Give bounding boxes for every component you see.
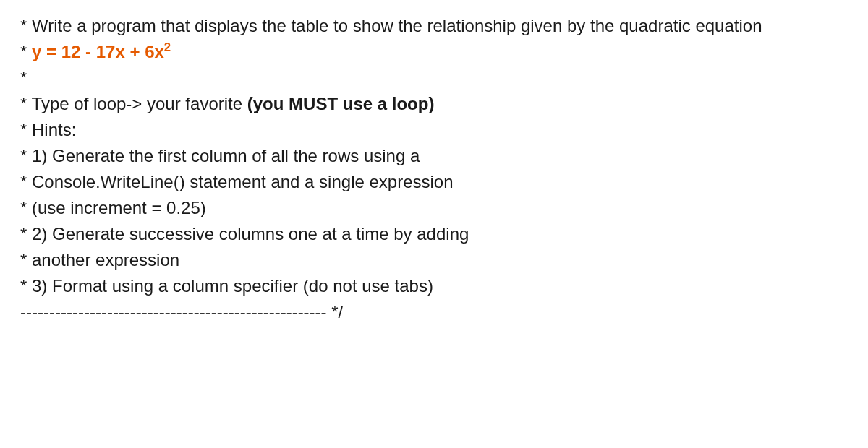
comment-star: * [20,224,32,244]
comment-line: * 3) Format using a column specifier (do… [20,273,848,299]
comment-bold: (you MUST use a loop) [247,94,435,113]
quadratic-equation: y = 12 - 17x + 6x2 [32,42,171,61]
comment-line: * Hints: [20,117,848,143]
comment-close: */ [331,302,343,322]
comment-line: * Type of loop-> your favorite (you MUST… [20,91,848,117]
comment-dashes: ----------------------------------------… [20,302,331,322]
comment-line-equation: * y = 12 - 17x + 6x2 [20,39,848,65]
comment-star: * [20,42,32,61]
comment-text: 3) Format using a column specifier (do n… [32,276,433,296]
comment-line: * (use increment = 0.25) [20,195,848,221]
equation-exponent: 2 [164,40,171,54]
comment-text: Hints: [32,120,76,139]
comment-text: Console.WriteLine() statement and a sing… [32,172,454,191]
comment-line: * 1) Generate the first column of all th… [20,143,848,169]
comment-text: 2) Generate successive columns one at a … [32,224,469,244]
comment-text: Write a program that displays the table … [32,16,762,35]
comment-star: * [20,250,32,270]
comment-star: * [20,172,32,191]
comment-star: * [20,120,32,139]
comment-star: * [20,16,32,35]
comment-line: * Console.WriteLine() statement and a si… [20,169,848,195]
equation-body: y = 12 - 17x + 6x [32,42,164,61]
comment-line: * another expression [20,247,848,273]
comment-text: Type of loop-> your favorite [32,94,247,113]
comment-star: * [20,198,32,217]
comment-star: * [20,146,32,165]
comment-text: another expression [32,250,179,270]
comment-text: (use increment = 0.25) [32,198,206,217]
comment-line: * Write a program that displays the tabl… [20,13,848,39]
comment-line: * 2) Generate successive columns one at … [20,221,848,247]
comment-star: * [20,276,32,296]
comment-empty-line: * [20,65,848,91]
comment-close-line: ----------------------------------------… [20,299,848,325]
comment-text: 1) Generate the first column of all the … [32,146,420,165]
comment-star: * [20,94,32,113]
comment-star: * [20,68,27,87]
